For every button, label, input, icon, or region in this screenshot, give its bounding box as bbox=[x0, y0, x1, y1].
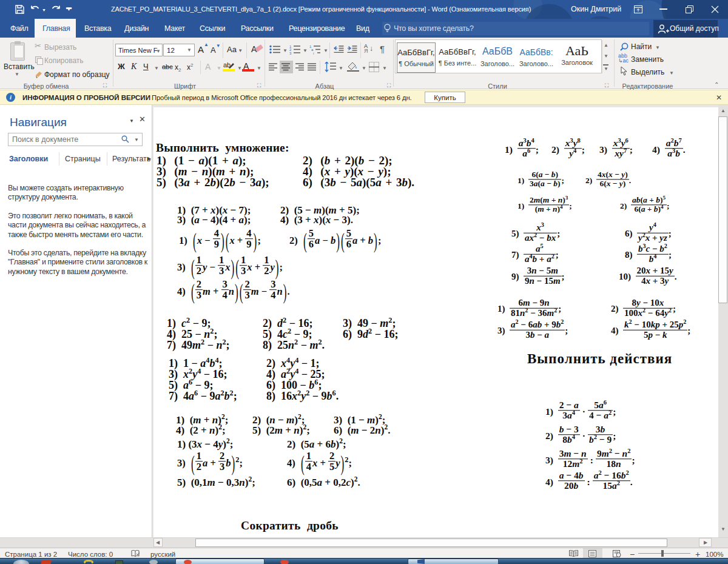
svg-text:3: 3 bbox=[289, 52, 292, 55]
svg-text:i: i bbox=[313, 52, 314, 55]
